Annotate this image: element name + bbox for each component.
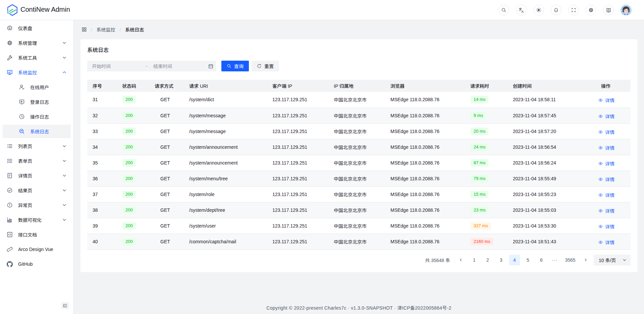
svg-text:A: A (521, 10, 524, 13)
